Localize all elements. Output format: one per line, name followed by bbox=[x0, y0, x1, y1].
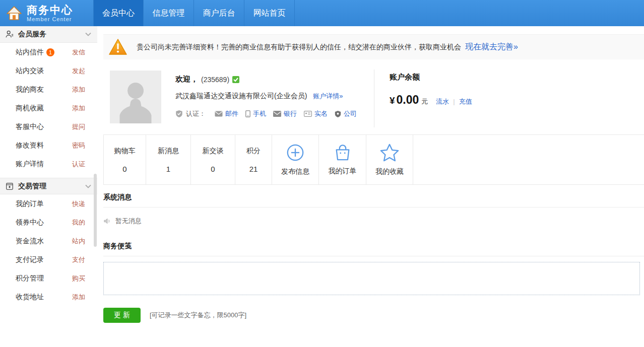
system-message-title: 系统消息 bbox=[103, 193, 644, 207]
stat-new-chats[interactable]: 新交谈 0 bbox=[191, 135, 235, 184]
sidebar-scrollbar[interactable] bbox=[94, 174, 97, 247]
sidebar-item-label[interactable]: 修改资料 bbox=[16, 141, 44, 150]
stat-cart[interactable]: 购物车 0 bbox=[103, 135, 146, 184]
sidebar-action-add-partner[interactable]: 添加 bbox=[72, 85, 85, 94]
sidebar-action-certify[interactable]: 认证 bbox=[72, 160, 85, 169]
sidebar-item-account-details: 账户详情 认证 bbox=[0, 155, 97, 173]
update-button[interactable]: 更 新 bbox=[103, 308, 141, 323]
sidebar-item-label[interactable]: 我的订单 bbox=[16, 199, 44, 209]
stats-row: 购物车 0 新消息 1 新交谈 0 积分 21 bbox=[103, 134, 644, 185]
cert-bank[interactable]: 银行 bbox=[273, 109, 297, 118]
sidebar-action-onsite[interactable]: 站内 bbox=[72, 237, 85, 246]
cert-real-name[interactable]: 实名 bbox=[304, 109, 328, 118]
sidebar-action-express[interactable]: 快递 bbox=[72, 199, 85, 209]
my-orders-button[interactable]: 我的订单 bbox=[319, 135, 366, 184]
cert-phone[interactable]: 手机 bbox=[245, 109, 266, 118]
sidebar-item-shipping-address: 收货地址 添加 bbox=[0, 288, 97, 306]
cert-company[interactable]: 公司 bbox=[335, 109, 357, 118]
complete-profile-link[interactable]: 现在就去完善» bbox=[465, 42, 518, 52]
sidebar-item-partners: 我的商友 添加 bbox=[0, 80, 97, 99]
chevron-down-icon bbox=[85, 184, 91, 188]
shopping-bag-icon bbox=[333, 144, 352, 162]
sidebar-item-customer-service: 客服中心 提问 bbox=[0, 117, 97, 136]
tab-merchant-backend[interactable]: 商户后台 bbox=[194, 0, 244, 26]
sidebar-action-ask-question[interactable]: 提问 bbox=[72, 122, 85, 131]
sidebar-item-edit-profile: 修改资料 密码 bbox=[0, 136, 97, 155]
sidebar-action-start-chat[interactable]: 发起 bbox=[72, 66, 85, 76]
speaker-icon bbox=[103, 218, 111, 225]
tab-site-home[interactable]: 网站首页 bbox=[244, 0, 295, 26]
bank-envelope-icon bbox=[273, 111, 281, 117]
cert-shield-icon bbox=[175, 110, 183, 118]
publish-info-button[interactable]: 发布信息 bbox=[272, 135, 319, 184]
sidebar-item-label[interactable]: 领券中心 bbox=[16, 218, 44, 227]
new-chat-count: 0 bbox=[211, 165, 215, 173]
star-icon bbox=[379, 143, 400, 162]
avatar[interactable] bbox=[110, 71, 161, 123]
my-favorites-button[interactable]: 我的收藏 bbox=[366, 135, 413, 184]
cart-count: 0 bbox=[122, 165, 126, 173]
cert-email[interactable]: 邮件 bbox=[215, 109, 238, 118]
fund-flow-link[interactable]: 流水 bbox=[436, 98, 449, 105]
member-person-icon bbox=[5, 30, 14, 39]
sidebar-item-label[interactable]: 支付记录 bbox=[16, 255, 44, 264]
system-message-empty: 暂无消息 bbox=[103, 217, 644, 226]
account-details-link[interactable]: 账户详情» bbox=[313, 92, 343, 100]
sidebar-item-label[interactable]: 资金流水 bbox=[16, 237, 44, 246]
sidebar-item-label[interactable]: 账户详情 bbox=[16, 160, 44, 169]
top-header: 商务中心 Member Center 会员中心 信息管理 商户后台 网站首页 bbox=[0, 0, 644, 26]
sidebar-action-my-coupons[interactable]: 我的 bbox=[72, 218, 85, 227]
sidebar-item-points-management: 积分管理 购买 bbox=[0, 269, 97, 288]
sidebar-item-label[interactable]: 我的商友 bbox=[16, 85, 44, 94]
sidebar-item-label: 站内信件 bbox=[16, 48, 44, 57]
sidebar-action-add-favorite[interactable]: 添加 bbox=[72, 104, 85, 113]
main-nav: 会员中心 信息管理 商户后台 网站首页 bbox=[93, 0, 295, 26]
sidebar-section-title: 交易管理 bbox=[18, 182, 46, 191]
memo-hint: [可记录一些文字备忘，限5000字] bbox=[150, 311, 246, 320]
sidebar-section-member-services[interactable]: 会员服务 bbox=[0, 26, 97, 43]
sidebar-item-mail: 站内信件1 发信 bbox=[0, 43, 97, 61]
cert-label: 认证： bbox=[186, 109, 206, 118]
sidebar-item-label[interactable]: 客服中心 bbox=[16, 122, 44, 131]
stat-new-messages[interactable]: 新消息 1 bbox=[146, 135, 191, 184]
currency-symbol: ¥ bbox=[390, 95, 395, 106]
sidebar-item-label[interactable]: 商机收藏 bbox=[16, 104, 44, 113]
balance-panel: 账户余额 ¥ 0.00 元 流水|充值 bbox=[374, 65, 472, 128]
balance-title: 账户余额 bbox=[390, 73, 472, 82]
trade-box-icon bbox=[5, 182, 14, 191]
sidebar-section-trade-management[interactable]: 交易管理 bbox=[0, 178, 97, 194]
sidebar-item-fund-flow: 资金流水 站内 bbox=[0, 232, 97, 250]
tab-member-center[interactable]: 会员中心 bbox=[93, 0, 144, 26]
empty-message-text: 暂无消息 bbox=[115, 217, 142, 226]
sidebar-item-chat: 站内交谈 发起 bbox=[0, 61, 97, 80]
sidebar-item-payment-records: 支付记录 支付 bbox=[0, 250, 97, 269]
sidebar-action-password[interactable]: 密码 bbox=[72, 141, 85, 150]
tab-info-management[interactable]: 信息管理 bbox=[144, 0, 194, 26]
banner-text: 贵公司尚未完善详细资料！完善的商业信息有助于获得别人的信任，结交潜在的商业伙伴，… bbox=[137, 43, 461, 52]
main-content: 贵公司尚未完善详细资料！完善的商业信息有助于获得别人的信任，结交潜在的商业伙伴，… bbox=[97, 26, 644, 347]
green-check-icon bbox=[232, 76, 239, 83]
company-name: 武汉鑫瑞通达交通设施有限公司(企业会员) bbox=[175, 92, 307, 100]
stat-points[interactable]: 积分 21 bbox=[235, 135, 272, 184]
sidebar-action-buy-points[interactable]: 购买 bbox=[72, 274, 85, 283]
welcome-text: 欢迎， bbox=[175, 75, 198, 84]
sidebar-action-add-address[interactable]: 添加 bbox=[72, 293, 85, 302]
app-logo[interactable]: 商务中心 Member Center bbox=[0, 0, 93, 26]
sidebar-item-opportunity-favorites: 商机收藏 添加 bbox=[0, 99, 97, 117]
phone-icon bbox=[245, 110, 250, 117]
sidebar-action-send-mail[interactable]: 发信 bbox=[72, 48, 85, 57]
recharge-link[interactable]: 充值 bbox=[459, 98, 472, 105]
plus-circle-icon bbox=[286, 143, 305, 162]
app-subtitle: Member Center bbox=[27, 16, 73, 22]
company-shield-icon bbox=[335, 110, 341, 118]
memo-textarea[interactable] bbox=[103, 262, 640, 295]
sidebar-action-pay[interactable]: 支付 bbox=[72, 255, 85, 264]
points-count: 21 bbox=[249, 165, 258, 173]
sidebar-item-label[interactable]: 站内交谈 bbox=[16, 66, 44, 76]
new-message-count: 1 bbox=[166, 165, 170, 173]
memo-title: 商务便笺 bbox=[103, 242, 644, 256]
sidebar-item-label[interactable]: 积分管理 bbox=[16, 274, 44, 283]
profile-row: 欢迎， (235689) 武汉鑫瑞通达交通设施有限公司(企业会员)账户详情» bbox=[103, 65, 644, 128]
sidebar-item-label[interactable]: 收货地址 bbox=[16, 293, 44, 302]
sidebar-item-my-orders: 我的订单 快递 bbox=[0, 194, 97, 213]
